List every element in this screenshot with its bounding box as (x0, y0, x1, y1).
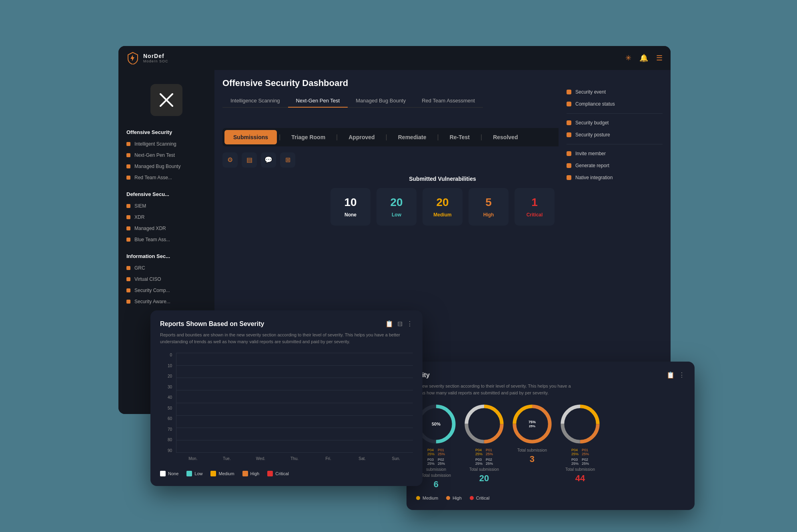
sidebar-item-scanning[interactable]: Intelligent Scanning (118, 138, 214, 150)
legend-color-critical (267, 471, 273, 476)
svg-point-13 (563, 406, 598, 442)
sidebar-item-redteam[interactable]: Red Team Asse... (118, 172, 214, 183)
pie-card: erity 📋 ⋮ e new severity section accordi… (407, 362, 695, 510)
tab-divider: | (479, 134, 484, 141)
sidebar-label: Managed Bug Bounty (134, 164, 180, 169)
total-sub-title-4: Total submission (565, 467, 595, 472)
tab-resolved[interactable]: Resolved (484, 130, 527, 144)
pie-legend-p01-4: P0125% (582, 448, 589, 456)
sidebar-section-defensive: Defensive Secu... (118, 187, 214, 200)
tab-approved[interactable]: Approved (340, 130, 383, 144)
info-item-invite: Invite member (567, 148, 663, 160)
settings-tool-btn[interactable]: ⚙ (222, 152, 238, 168)
pie-legend-row: Medium High Critical (416, 496, 685, 500)
tab-redteam[interactable]: Red Team Assessment (414, 94, 483, 108)
pie-legend-p04-2: P0425% (475, 448, 483, 456)
sidebar-item-secaware[interactable]: Security Aware... (118, 296, 214, 307)
info-label: Compliance status (575, 101, 615, 107)
tab-bugbounty[interactable]: Managed Bug Bounty (348, 94, 414, 108)
pie-legend-label-high: High (453, 496, 462, 500)
sidebar-dot (126, 266, 130, 270)
legend-label-medium: Medium (218, 471, 234, 476)
info-divider (567, 113, 663, 114)
tab-remediate[interactable]: Remediate (389, 130, 435, 144)
chart-icon[interactable]: ⊟ (397, 320, 403, 328)
vuln-grid: 10 None 20 Low 20 Medium 5 High (222, 188, 663, 226)
legend-medium: Medium (210, 471, 234, 476)
sidebar-item-vciso[interactable]: Virtual CISO (118, 274, 214, 285)
sidebar-label: Managed XDR (134, 226, 166, 231)
pie-legend-p01-2: P0125% (486, 448, 493, 456)
more-icon2[interactable]: ⋮ (679, 371, 685, 379)
calendar-icon2[interactable]: 📋 (667, 371, 675, 379)
sidebar-dot (126, 215, 130, 219)
sidebar-item-bugbounty[interactable]: Managed Bug Bounty (118, 161, 214, 172)
x-label-tue: Tue. (210, 453, 244, 465)
menu-icon[interactable]: ☰ (656, 54, 663, 62)
chart-plot (176, 353, 413, 453)
bell-icon[interactable]: 🔔 (639, 54, 648, 62)
total-sub-title-2: Total submission (469, 467, 499, 472)
sidebar-item-blueteam[interactable]: Blue Team Ass... (118, 234, 214, 245)
severity-card-title: Reports Shown Based on Severity (160, 320, 264, 328)
tab-intelligence[interactable]: Intelligence Scanning (222, 94, 288, 108)
pie-stats-2: P0425% P0125% P0325% P0225% Total submis… (469, 448, 499, 484)
tool-logo (150, 84, 182, 116)
pie-label-center-3: 75%25% (529, 420, 536, 428)
tab-retest[interactable]: Re-Test (441, 130, 479, 144)
y-axis: 90 80 70 60 50 40 30 20 10 0 (160, 353, 174, 453)
sidebar-dot (126, 204, 130, 208)
vuln-count-medium: 20 (433, 196, 453, 209)
y-label: 10 (160, 364, 174, 368)
pie-legend-2: P0425% P0125% (475, 448, 493, 456)
sidebar-dot (126, 288, 130, 292)
pie-dot-high (446, 496, 450, 500)
tab-divider: | (384, 134, 389, 141)
total-sub-count-3: 3 (530, 454, 535, 464)
info-item-report: Generate report (567, 160, 663, 172)
pie-legend-4b: P0325% P0225% (571, 458, 589, 466)
vuln-count-none: 10 (340, 196, 360, 209)
total-sub-count-1: 6 (434, 479, 439, 490)
grid-tool-btn[interactable]: ⊞ (280, 152, 295, 168)
more-icon[interactable]: ⋮ (407, 320, 413, 328)
list-tool-btn[interactable]: ▤ (242, 152, 257, 168)
settings-icon[interactable]: ✳ (625, 54, 631, 62)
sidebar-item-seccomp[interactable]: Security Comp... (118, 285, 214, 296)
legend-high: High (242, 471, 260, 476)
info-label: Security posture (575, 132, 610, 138)
tab-pentest[interactable]: Next-Gen Pen Test (288, 94, 348, 108)
main-container: NorDef Modern SOC ✳ 🔔 ☰ (118, 46, 679, 486)
pie-legend-label-medium: Medium (423, 496, 438, 500)
pie-card-header: erity 📋 ⋮ (416, 371, 685, 379)
logo-subtitle: Modern SOC (143, 59, 168, 63)
info-panel: Security event Compliance status Securit… (559, 78, 671, 192)
sidebar-item-xdr[interactable]: XDR (118, 212, 214, 223)
pie-legend-4: P0425% P0125% (571, 448, 589, 456)
calendar-icon[interactable]: 📋 (385, 320, 393, 328)
sidebar-item-grc[interactable]: GRC (118, 262, 214, 274)
sidebar-item-pentest[interactable]: Next-Gen Pen Test (118, 150, 214, 161)
chart-legend: None Low Medium High Critical (160, 471, 413, 476)
tab-triage[interactable]: Triage Room (282, 130, 334, 144)
tab-divider: | (334, 134, 340, 141)
sidebar-label: Red Team Asse... (134, 175, 172, 180)
sidebar-item-mxdr[interactable]: Managed XDR (118, 223, 214, 234)
sidebar-section-infosec: Information Sec... (118, 249, 214, 262)
sidebar-dot (126, 277, 130, 281)
pie-legend-critical: Critical (470, 496, 490, 500)
chat-tool-btn[interactable]: 💬 (261, 152, 276, 168)
pie-legend-1: P0425% P0125% (427, 448, 445, 456)
sidebar-dot (126, 164, 130, 168)
sidebar-item-siem[interactable]: SIEM (118, 200, 214, 212)
vuln-label-low: Low (386, 212, 407, 218)
info-divider (567, 144, 663, 144)
pie-legend-p03-4: P0325% (571, 458, 579, 466)
pie-legend-2b: P0325% P0225% (475, 458, 493, 466)
legend-color-high (242, 471, 248, 476)
severity-card: Reports Shown Based on Severity 📋 ⊟ ⋮ Re… (150, 310, 423, 486)
dashboard-title: Offensive Security Dashboard (222, 78, 483, 88)
svg-point-7 (467, 406, 502, 442)
tab-submissions[interactable]: Submissions (224, 130, 277, 144)
legend-label-low: Low (194, 471, 202, 476)
